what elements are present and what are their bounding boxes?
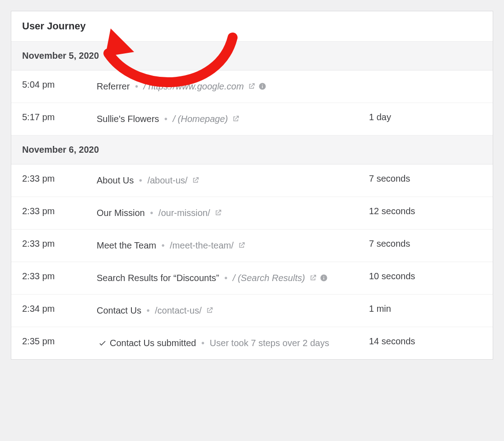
external-link-icon[interactable]: [309, 274, 317, 282]
journey-duration: 12 seconds: [369, 206, 482, 216]
separator-dot: •: [132, 81, 140, 91]
journey-title: Contact Us submitted: [110, 338, 196, 348]
journey-duration: 7 seconds: [369, 239, 482, 249]
journey-title: Search Results for “Discounts”: [97, 273, 219, 283]
separator-dot: •: [144, 305, 152, 315]
journey-main: Contact Us • /contact-us/: [97, 304, 369, 318]
separator-dot: •: [162, 114, 170, 124]
journey-duration: 7 seconds: [369, 174, 482, 184]
journey-title: Contact Us: [97, 305, 141, 315]
external-link-icon[interactable]: [232, 115, 240, 123]
journey-time: 2:34 pm: [22, 304, 97, 314]
date-header: November 5, 2020: [11, 42, 493, 70]
separator-dot: •: [159, 240, 167, 250]
journey-row: 2:33 pmSearch Results for “Discounts” • …: [11, 262, 493, 295]
journey-time: 2:35 pm: [22, 336, 97, 347]
journey-row: 5:04 pmReferrer • / https://www.google.c…: [11, 70, 493, 103]
journey-main: Our Mission • /our-mission/: [97, 206, 369, 220]
journey-main: Contact Us submitted • User took 7 steps…: [97, 336, 369, 350]
journey-time: 2:33 pm: [22, 206, 97, 216]
journey-row: 2:35 pmContact Us submitted • User took …: [11, 327, 493, 359]
journey-time: 2:33 pm: [22, 271, 97, 281]
journey-title: Referrer: [97, 81, 130, 91]
journey-row: 2:33 pmAbout Us • /about-us/ 7 seconds: [11, 164, 493, 197]
check-icon: [98, 338, 107, 347]
journey-meta: User took 7 steps over 2 days: [210, 338, 329, 348]
journey-main: About Us • /about-us/: [97, 174, 369, 188]
panel-header: User Journey: [11, 11, 493, 42]
journey-time: 5:17 pm: [22, 112, 97, 122]
separator-dot: •: [199, 338, 207, 348]
user-journey-panel: User Journey November 5, 20205:04 pmRefe…: [11, 11, 493, 360]
journey-path: /meet-the-team/: [170, 240, 233, 250]
separator-dot: •: [136, 175, 145, 185]
journey-duration: 1 day: [369, 112, 482, 122]
external-link-icon[interactable]: [191, 176, 200, 184]
panel-title: User Journey: [22, 20, 482, 32]
journey-duration: 10 seconds: [369, 271, 482, 281]
journey-title: Our Mission: [97, 208, 145, 218]
journey-time: 5:04 pm: [22, 80, 97, 90]
journey-row: 5:17 pmSullie's Flowers • / (Homepage) 1…: [11, 103, 493, 136]
external-link-icon[interactable]: [214, 209, 222, 217]
journey-row: 2:33 pmMeet the Team • /meet-the-team/ 7…: [11, 230, 493, 262]
info-icon[interactable]: [258, 82, 266, 90]
journey-path: / https://www.google.com: [143, 81, 243, 91]
journey-path: / (Homepage): [173, 114, 228, 124]
journey-title: Sullie's Flowers: [97, 114, 159, 124]
journey-row: 2:33 pmOur Mission • /our-mission/ 12 se…: [11, 197, 493, 230]
journey-time: 2:33 pm: [22, 239, 97, 249]
journey-main: Sullie's Flowers • / (Homepage): [97, 112, 369, 126]
journey-time: 2:33 pm: [22, 174, 97, 184]
separator-dot: •: [222, 273, 230, 283]
journey-main: Referrer • / https://www.google.com: [97, 80, 369, 94]
journey-path: /our-mission/: [159, 208, 210, 218]
journey-title: Meet the Team: [97, 240, 156, 250]
journey-path: /contact-us/: [155, 305, 201, 315]
journey-duration: 1 min: [369, 304, 482, 314]
journey-path: /about-us/: [147, 175, 187, 185]
external-link-icon[interactable]: [238, 241, 246, 249]
info-icon[interactable]: [320, 274, 328, 282]
journey-main: Meet the Team • /meet-the-team/: [97, 239, 369, 253]
separator-dot: •: [148, 208, 156, 218]
journey-main: Search Results for “Discounts” • / (Sear…: [97, 271, 369, 285]
journey-duration: 14 seconds: [369, 336, 482, 347]
journey-row: 2:34 pmContact Us • /contact-us/ 1 min: [11, 295, 493, 327]
external-link-icon[interactable]: [205, 306, 214, 314]
date-header: November 6, 2020: [11, 136, 493, 164]
external-link-icon[interactable]: [247, 82, 256, 90]
journey-title: About Us: [97, 175, 134, 185]
journey-path: / (Search Results): [233, 273, 305, 283]
